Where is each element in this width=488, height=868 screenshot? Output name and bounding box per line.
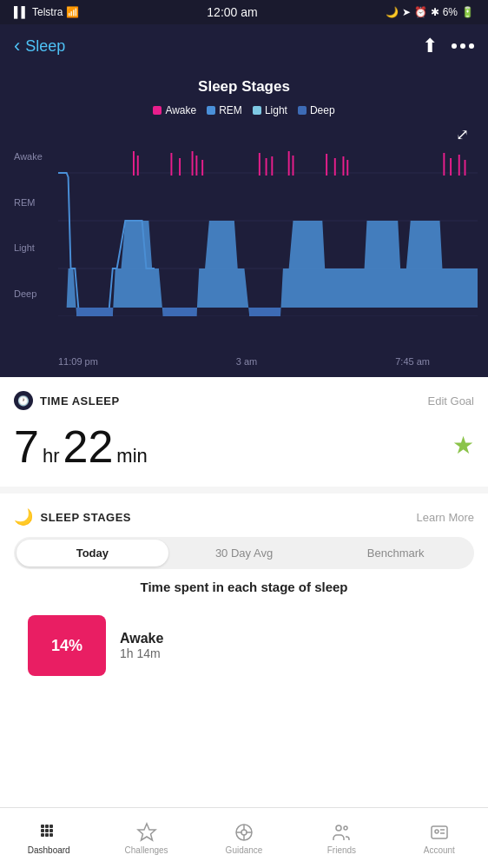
legend-awake: Awake <box>153 104 196 116</box>
share-icon[interactable]: ⬆ <box>422 35 438 57</box>
clock-icon: 🕐 <box>14 391 33 410</box>
chart-svg-area <box>58 125 478 316</box>
sleep-chart-section: Sleep Stages Awake REM Light Deep ⤢ Awak… <box>0 68 488 377</box>
nav-challenges[interactable]: Challenges <box>97 808 195 868</box>
svg-rect-33 <box>41 833 44 837</box>
x-label-start: 11:09 pm <box>58 356 98 367</box>
svg-point-44 <box>344 826 347 830</box>
more-options-button[interactable] <box>452 43 474 49</box>
awake-duration: 1h 14m <box>120 646 460 660</box>
svg-rect-34 <box>45 833 49 837</box>
sleep-tabs: Today 30 Day Avg Benchmark <box>14 537 474 569</box>
y-label-rem: REM <box>10 197 58 208</box>
battery-label: 6% <box>443 6 458 18</box>
svg-rect-4 <box>76 308 113 316</box>
sleep-stages-title: 🌙 SLEEP STAGES <box>14 507 131 527</box>
nav-account[interactable]: Account <box>391 808 488 868</box>
time-asleep-title: 🕐 TIME ASLEEP <box>14 391 120 410</box>
star-icon: ★ <box>452 431 474 460</box>
nav-friends-label: Friends <box>327 845 356 855</box>
legend-rem-label: REM <box>219 104 242 116</box>
svg-rect-27 <box>41 825 44 828</box>
stage-row-awake: 14% Awake 1h 14m <box>14 608 474 683</box>
back-label: Sleep <box>25 37 65 56</box>
tab-benchmark[interactable]: Benchmark <box>320 540 472 567</box>
wifi-icon: 📶 <box>66 6 79 18</box>
svg-rect-31 <box>45 829 49 832</box>
sleep-stages-header: 🌙 SLEEP STAGES Learn More <box>14 507 474 527</box>
svg-rect-6 <box>249 308 280 316</box>
awake-pct: 14% <box>51 637 82 655</box>
nav-friends[interactable]: Friends <box>293 808 390 868</box>
challenges-icon <box>136 822 157 843</box>
time-asleep-section: 🕐 TIME ASLEEP Edit Goal 7 hr 22 min ★ <box>0 377 488 487</box>
hr-label: hr <box>43 445 60 467</box>
status-bar: ▌▌ Telstra 📶 12:00 am 🌙 ➤ ⏰ ✱ 6% 🔋 <box>0 0 488 24</box>
edit-goal-button[interactable]: Edit Goal <box>428 394 474 407</box>
nav-dashboard-label: Dashboard <box>28 845 70 855</box>
nav-challenges-label: Challenges <box>125 845 168 855</box>
svg-rect-30 <box>41 829 44 832</box>
learn-more-button[interactable]: Learn More <box>417 511 474 524</box>
nav-guidance[interactable]: Guidance <box>195 808 293 868</box>
sleep-stages-label: SLEEP STAGES <box>41 511 132 524</box>
svg-rect-45 <box>432 826 447 838</box>
friends-icon <box>331 822 352 843</box>
chart-wrapper: ⤢ Awake REM Light Deep <box>10 125 478 377</box>
legend-deep: Deep <box>298 104 335 116</box>
y-label-light: Light <box>10 242 58 253</box>
battery-icon: 🔋 <box>461 6 474 18</box>
y-axis-labels: Awake REM Light Deep <box>10 125 58 316</box>
tab-today[interactable]: Today <box>16 540 168 567</box>
svg-point-46 <box>435 830 439 833</box>
guidance-icon <box>234 822 254 843</box>
awake-bar: 14% <box>28 615 106 676</box>
tab-30day[interactable]: 30 Day Avg <box>168 540 320 567</box>
awake-label: Awake <box>120 631 460 646</box>
stages-sub-title: Time spent in each stage of sleep <box>14 580 474 594</box>
svg-rect-35 <box>49 833 53 837</box>
location-icon: ➤ <box>402 6 411 18</box>
svg-point-38 <box>241 830 247 835</box>
legend-light: Light <box>253 104 287 116</box>
moon-section-icon: 🌙 <box>14 507 34 527</box>
time-asleep-header: 🕐 TIME ASLEEP Edit Goal <box>14 391 474 410</box>
sleep-stages-section: 🌙 SLEEP STAGES Learn More Today 30 Day A… <box>0 494 488 697</box>
chart-legend: Awake REM Light Deep <box>10 104 478 116</box>
signal-icon: ▌▌ <box>14 6 29 18</box>
chart-title: Sleep Stages <box>10 78 478 96</box>
legend-deep-dot <box>298 106 307 115</box>
legend-rem: REM <box>207 104 242 116</box>
carrier-label: Telstra <box>32 6 63 18</box>
x-label-mid: 3 am <box>236 356 257 367</box>
svg-rect-29 <box>49 825 53 828</box>
y-label-awake: Awake <box>10 151 58 162</box>
header: ‹ Sleep ⬆ <box>0 24 488 68</box>
legend-awake-dot <box>153 106 162 115</box>
time-display: 7 hr 22 min <box>14 421 148 473</box>
dashboard-icon <box>38 822 59 843</box>
moon-icon: 🌙 <box>386 6 399 18</box>
legend-light-dot <box>253 106 261 115</box>
svg-rect-28 <box>45 825 49 828</box>
account-icon <box>429 822 450 843</box>
alarm-icon: ⏰ <box>414 6 427 18</box>
legend-rem-dot <box>207 106 215 115</box>
minutes-value: 22 <box>63 421 113 473</box>
content-area: 🕐 TIME ASLEEP Edit Goal 7 hr 22 min ★ 🌙 … <box>0 377 488 697</box>
legend-deep-label: Deep <box>310 104 335 116</box>
time-asleep-label: TIME ASLEEP <box>40 394 120 407</box>
svg-rect-5 <box>163 308 197 316</box>
nav-dashboard[interactable]: Dashboard <box>0 808 97 868</box>
expand-icon[interactable]: ⤢ <box>456 125 469 144</box>
nav-account-label: Account <box>424 845 455 855</box>
x-axis-labels: 11:09 pm 3 am 7:45 am <box>10 351 478 377</box>
bluetooth-icon: ✱ <box>431 6 439 18</box>
back-arrow-icon: ‹ <box>14 35 20 57</box>
svg-rect-32 <box>49 829 53 832</box>
svg-marker-36 <box>138 824 155 840</box>
min-label: min <box>116 445 147 467</box>
back-button[interactable]: ‹ Sleep <box>14 35 65 57</box>
legend-awake-label: Awake <box>165 104 196 116</box>
header-actions: ⬆ <box>422 35 474 57</box>
